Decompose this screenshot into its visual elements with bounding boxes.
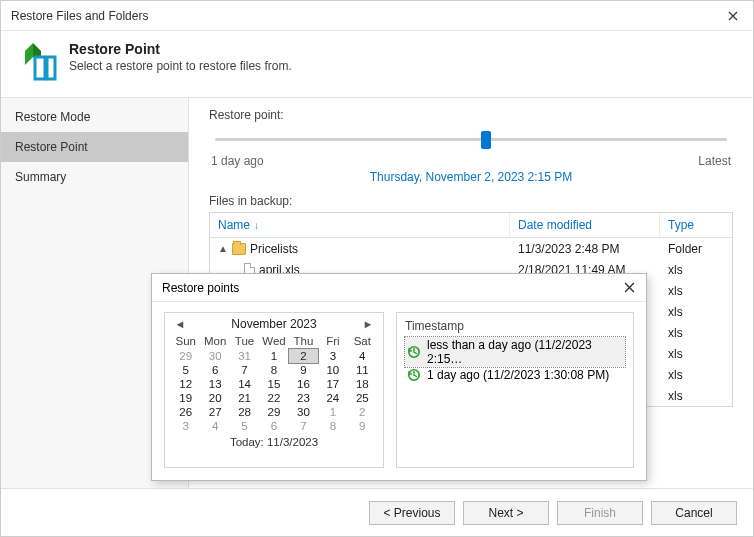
- wizard-footer: < Previous Next > Finish Cancel: [1, 488, 753, 536]
- page-title: Restore Point: [69, 41, 292, 57]
- svg-rect-0: [35, 57, 45, 79]
- calendar-day: 9: [348, 419, 377, 433]
- calendar-grid: SunMonTueWedThuFriSat2930311234567891011…: [171, 333, 377, 433]
- calendar-day: 31: [230, 349, 259, 363]
- calendar-day[interactable]: 24: [318, 391, 347, 405]
- window-title: Restore Files and Folders: [11, 9, 713, 23]
- sort-asc-icon: ↓: [254, 220, 259, 231]
- file-type: xls: [660, 263, 732, 277]
- calendar-day[interactable]: 6: [200, 363, 229, 377]
- close-button[interactable]: [713, 1, 753, 31]
- calendar-day[interactable]: 26: [171, 405, 200, 419]
- grid-header: Name ↓ Date modified Type: [210, 213, 732, 238]
- calendar-day[interactable]: 12: [171, 377, 200, 391]
- calendar-day: 8: [318, 419, 347, 433]
- close-icon: [728, 11, 738, 21]
- calendar-day[interactable]: 22: [259, 391, 288, 405]
- calendar-day[interactable]: 17: [318, 377, 347, 391]
- timestamp-label: 1 day ago (11/2/2023 1:30:08 PM): [427, 368, 609, 382]
- calendar-dow: Sat: [348, 333, 377, 349]
- calendar-day[interactable]: 18: [348, 377, 377, 391]
- calendar-today-label[interactable]: Today: 11/3/2023: [171, 433, 377, 448]
- calendar-day[interactable]: 4: [348, 349, 377, 363]
- calendar-day[interactable]: 16: [289, 377, 318, 391]
- calendar-day: 7: [289, 419, 318, 433]
- page-subtitle: Select a restore point to restore files …: [69, 59, 292, 73]
- previous-button[interactable]: < Previous: [369, 501, 455, 525]
- calendar-day[interactable]: 7: [230, 363, 259, 377]
- calendar-day: 1: [318, 405, 347, 419]
- file-type: xls: [660, 368, 732, 382]
- calendar-day[interactable]: 30: [289, 405, 318, 419]
- slider-max-label: Latest: [698, 154, 731, 168]
- calendar-day: 29: [171, 349, 200, 363]
- restore-point-icon: [407, 368, 421, 382]
- calendar-day[interactable]: 1: [259, 349, 288, 363]
- slider-thumb[interactable]: [481, 131, 491, 149]
- calendar-day[interactable]: 21: [230, 391, 259, 405]
- file-type: xls: [660, 347, 732, 361]
- calendar-day[interactable]: 2: [289, 349, 318, 363]
- titlebar: Restore Files and Folders: [1, 1, 753, 31]
- file-date: 11/3/2023 2:48 PM: [510, 242, 660, 256]
- calendar-day[interactable]: 15: [259, 377, 288, 391]
- slider-min-label: 1 day ago: [211, 154, 264, 168]
- sidebar-item-restore-point[interactable]: Restore Point: [1, 132, 188, 162]
- calendar-next-button[interactable]: ►: [361, 318, 375, 330]
- calendar-day[interactable]: 13: [200, 377, 229, 391]
- table-row[interactable]: ▲Pricelists11/3/2023 2:48 PMFolder: [210, 238, 732, 259]
- calendar-day[interactable]: 27: [200, 405, 229, 419]
- calendar-day: 5: [230, 419, 259, 433]
- column-header-type[interactable]: Type: [660, 213, 732, 237]
- calendar-day[interactable]: 5: [171, 363, 200, 377]
- popup-close-button[interactable]: [618, 280, 640, 296]
- finish-button: Finish: [557, 501, 643, 525]
- calendar-dow: Thu: [289, 333, 318, 349]
- file-type: xls: [660, 326, 732, 340]
- calendar-day[interactable]: 28: [230, 405, 259, 419]
- svg-rect-1: [47, 57, 55, 79]
- sidebar-item-restore-mode[interactable]: Restore Mode: [1, 102, 188, 132]
- cancel-button[interactable]: Cancel: [651, 501, 737, 525]
- calendar-month-label[interactable]: November 2023: [231, 317, 316, 331]
- calendar-day[interactable]: 20: [200, 391, 229, 405]
- sidebar-item-summary[interactable]: Summary: [1, 162, 188, 192]
- timestamp-item[interactable]: 1 day ago (11/2/2023 1:30:08 PM): [405, 367, 625, 383]
- column-header-name[interactable]: Name ↓: [210, 213, 510, 237]
- calendar-dow: Fri: [318, 333, 347, 349]
- calendar-day[interactable]: 10: [318, 363, 347, 377]
- calendar-day[interactable]: 23: [289, 391, 318, 405]
- calendar-prev-button[interactable]: ◄: [173, 318, 187, 330]
- calendar-day[interactable]: 25: [348, 391, 377, 405]
- wizard-header: Restore Point Select a restore point to …: [1, 31, 753, 97]
- file-name: Pricelists: [250, 242, 298, 256]
- calendar-day[interactable]: 19: [171, 391, 200, 405]
- calendar-dow: Tue: [230, 333, 259, 349]
- timestamp-list: Timestamp less than a day ago (11/2/2023…: [396, 312, 634, 468]
- calendar-day[interactable]: 3: [318, 349, 347, 363]
- calendar-day: 6: [259, 419, 288, 433]
- column-header-date[interactable]: Date modified: [510, 213, 660, 237]
- folder-icon: [232, 243, 246, 255]
- calendar-day: 4: [200, 419, 229, 433]
- calendar-day[interactable]: 11: [348, 363, 377, 377]
- calendar-day[interactable]: 8: [259, 363, 288, 377]
- tree-toggle-icon[interactable]: ▲: [218, 243, 228, 254]
- restore-point-slider[interactable]: [215, 128, 727, 152]
- next-button[interactable]: Next >: [463, 501, 549, 525]
- restore-wizard-icon: [15, 41, 57, 83]
- calendar-day[interactable]: 29: [259, 405, 288, 419]
- calendar-dow: Sun: [171, 333, 200, 349]
- close-icon: [624, 282, 635, 293]
- timestamp-item[interactable]: less than a day ago (11/2/2023 2:15…: [405, 337, 625, 367]
- file-type: xls: [660, 305, 732, 319]
- calendar-day: 30: [200, 349, 229, 363]
- files-in-backup-label: Files in backup:: [209, 194, 733, 208]
- calendar-day: 2: [348, 405, 377, 419]
- calendar-day: 3: [171, 419, 200, 433]
- file-type: xls: [660, 389, 732, 403]
- calendar-day[interactable]: 9: [289, 363, 318, 377]
- selected-restore-point-date[interactable]: Thursday, November 2, 2023 2:15 PM: [209, 170, 733, 184]
- wizard-window: Restore Files and Folders Restore Point …: [0, 0, 754, 537]
- calendar-day[interactable]: 14: [230, 377, 259, 391]
